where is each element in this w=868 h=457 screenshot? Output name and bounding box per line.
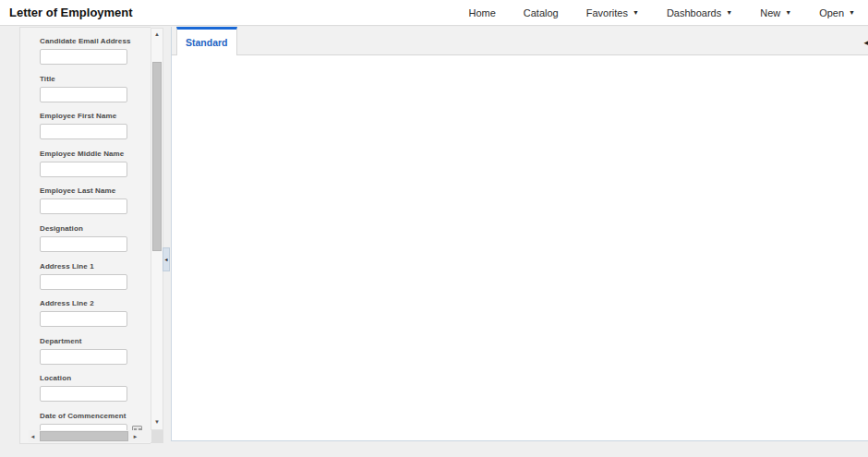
parameter-field: Employee Last Name (40, 186, 147, 214)
parameter-input-employee-last-name[interactable] (40, 198, 127, 214)
nav-item-home[interactable]: Home (468, 7, 495, 18)
parameter-label: Candidate Email Address (40, 37, 147, 45)
nav-item-open[interactable]: Open▼ (819, 7, 855, 18)
parameter-label: Employee Middle Name (40, 150, 147, 158)
nav-item-label: Catalog (524, 7, 559, 18)
nav-item-label: New (760, 7, 780, 18)
report-viewer-page: Letter of Employment HomeCatalogFavorite… (0, 0, 868, 457)
dropdown-caret-icon: ▼ (633, 9, 639, 16)
parameter-label: Designation (40, 224, 147, 233)
header-bar: Letter of Employment HomeCatalogFavorite… (0, 0, 868, 26)
parameter-input-location[interactable] (40, 386, 127, 402)
parameter-field: Employee First Name (40, 112, 147, 139)
report-output-canvas (172, 55, 868, 440)
parameter-label: Title (40, 75, 147, 83)
parameter-field: Title (40, 75, 147, 102)
right-panel-collapse-icon[interactable]: ◄ (862, 38, 868, 49)
nav-item-catalog[interactable]: Catalog (524, 7, 559, 18)
collapse-left-arrow-icon: ◄ (164, 258, 169, 262)
parameter-label: Department (40, 337, 147, 345)
parameter-input-department[interactable] (40, 349, 127, 365)
parameter-field: Employee Middle Name (40, 150, 147, 177)
nav-item-dashboards[interactable]: Dashboards▼ (667, 7, 732, 18)
parameter-label: Employee First Name (40, 112, 147, 120)
parameter-input-candidate-email-address[interactable] (40, 49, 127, 65)
parameters-horizontal-scrollbar[interactable]: ◄ ► (29, 430, 151, 442)
panel-collapse-handle[interactable]: ◄ (163, 247, 170, 271)
parameters-vertical-scrollbar[interactable]: ▲ ▼ (151, 28, 163, 430)
scroll-left-arrow-icon[interactable]: ◄ (29, 434, 37, 439)
parameter-input-employee-middle-name[interactable] (40, 162, 127, 177)
parameter-field: Location (40, 374, 147, 402)
tab-standard[interactable]: Standard (176, 27, 237, 55)
parameter-input-address-line-1[interactable] (40, 274, 127, 290)
parameter-label: Address Line 1 (40, 262, 147, 271)
scroll-right-arrow-icon[interactable]: ► (131, 434, 139, 439)
tab-label: Standard (186, 37, 228, 48)
scroll-up-arrow-icon[interactable]: ▲ (151, 29, 163, 40)
parameter-input-designation[interactable] (40, 236, 127, 252)
nav-item-label: Dashboards (667, 7, 721, 18)
parameters-panel: Candidate Email AddressTitleEmployee Fir… (19, 27, 151, 444)
parameter-label: Date of Commencement (40, 412, 147, 420)
nav-item-label: Favorites (586, 7, 628, 18)
vertical-scrollbar-thumb[interactable] (152, 62, 162, 251)
parameter-input-address-line-2[interactable] (40, 311, 127, 327)
parameter-label: Location (40, 374, 147, 382)
report-tab-strip: Standard (172, 27, 868, 55)
parameter-input-employee-first-name[interactable] (40, 124, 127, 139)
horizontal-scrollbar-thumb[interactable] (40, 431, 128, 441)
parameter-input-title[interactable] (40, 87, 127, 102)
parameter-label: Address Line 2 (40, 299, 147, 307)
dropdown-caret-icon: ▼ (726, 9, 732, 16)
parameter-field: Candidate Email Address (40, 37, 147, 65)
scrollbar-corner (151, 430, 163, 443)
dropdown-caret-icon: ▼ (849, 9, 855, 16)
parameter-label: Employee Last Name (40, 186, 147, 195)
parameter-field: Address Line 2 (40, 299, 147, 327)
nav-item-favorites[interactable]: Favorites▼ (586, 7, 639, 18)
dropdown-caret-icon: ▼ (785, 9, 791, 16)
nav-item-new[interactable]: New▼ (760, 7, 791, 18)
page-title: Letter of Employment (9, 6, 133, 19)
report-view-panel: Standard (171, 27, 868, 441)
nav-item-label: Open (819, 7, 844, 18)
parameter-field: Department (40, 337, 147, 365)
scroll-down-arrow-icon[interactable]: ▼ (151, 416, 163, 427)
global-nav: HomeCatalogFavorites▼Dashboards▼New▼Open… (440, 7, 855, 18)
nav-item-label: Home (468, 7, 495, 18)
parameter-field: Designation (40, 224, 147, 252)
parameter-field: Address Line 1 (40, 262, 147, 290)
